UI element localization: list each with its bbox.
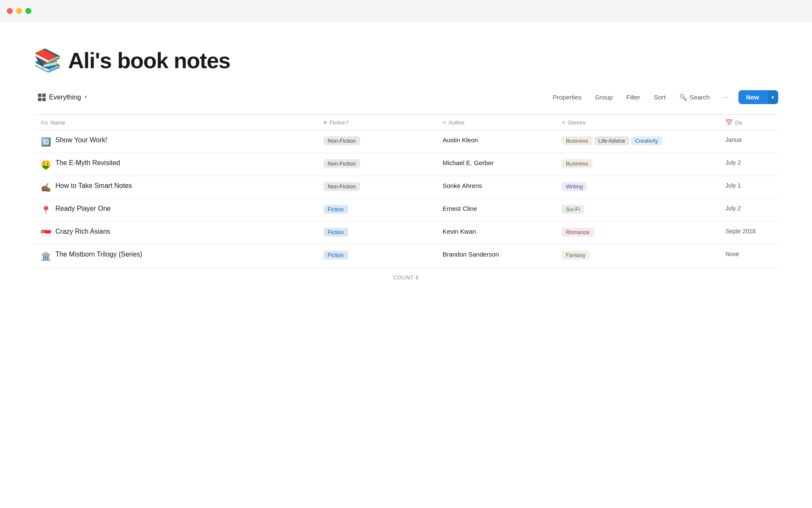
fullscreen-button[interactable] <box>25 8 31 14</box>
new-button-group: New ▾ <box>738 90 778 104</box>
filter-button[interactable]: Filter <box>620 91 646 103</box>
table-row[interactable]: 🔟 Show Your Work! Non-FictionAustin Kleo… <box>34 130 778 153</box>
row-title[interactable]: Show Your Work! <box>55 136 107 144</box>
main-content: 📚 Ali's book notes Everything ▾ Properti… <box>0 22 812 287</box>
row-title[interactable]: Ready Player One <box>55 205 111 213</box>
fiction-badge: Fiction <box>324 251 348 260</box>
count-bar: COUNT 6 <box>34 268 778 287</box>
cell-name: 🤑 The E-Myth Revisited <box>34 153 317 176</box>
cell-genres: BusinessLife AdviceCreativity <box>555 130 719 153</box>
col-genres-label: Genres <box>568 119 586 126</box>
cell-author: Austin Kleon <box>436 130 555 153</box>
fiction-badge: Fiction <box>324 228 348 237</box>
col-date-label: Da <box>735 119 742 126</box>
properties-button[interactable]: Properties <box>547 91 587 103</box>
minimize-button[interactable] <box>16 8 22 14</box>
genre-badge: Business <box>562 159 593 168</box>
row-title[interactable]: How to Take Smart Notes <box>55 182 132 190</box>
fiction-badge: Non-Fiction <box>324 136 360 145</box>
fiction-badge: Non-Fiction <box>324 159 360 168</box>
col-name-label: Name <box>50 119 65 126</box>
col-header-genres: ≡ Genres <box>555 115 719 130</box>
genre-badge: Business <box>562 136 593 145</box>
cell-fiction: Non-Fiction <box>317 130 436 153</box>
group-button[interactable]: Group <box>589 91 619 103</box>
col-header-date: 📅 Da <box>719 115 778 130</box>
cell-name: 🔟 Show Your Work! <box>34 130 317 153</box>
table-row[interactable]: 🤑 The E-Myth Revisited Non-FictionMichae… <box>34 153 778 176</box>
cell-fiction: Non-Fiction <box>317 153 436 176</box>
sort-button[interactable]: Sort <box>648 91 672 103</box>
cell-date: July 2 <box>719 153 778 176</box>
cell-genres: Fantasy <box>555 245 719 268</box>
cell-name: 🇸🇬 Crazy Rich Asians <box>34 222 317 245</box>
view-label: Everything <box>49 94 81 101</box>
table-row[interactable]: 🇸🇬 Crazy Rich Asians FictionKevin KwanRo… <box>34 222 778 245</box>
new-button-chevron[interactable]: ▾ <box>767 91 778 104</box>
more-options-button[interactable]: ··· <box>717 90 733 104</box>
cell-author: Michael E. Gerber <box>436 153 555 176</box>
cell-name: 🏛️ The Mistborn Trilogy (Series) <box>34 245 317 268</box>
row-title[interactable]: Crazy Rich Asians <box>55 228 110 235</box>
col-header-author: ≡ Author <box>436 115 555 130</box>
page-header: 📚 Ali's book notes <box>34 47 778 73</box>
new-button[interactable]: New <box>738 90 767 104</box>
row-title[interactable]: The Mistborn Trilogy (Series) <box>55 251 142 258</box>
table-row[interactable]: 🏛️ The Mistborn Trilogy (Series) Fiction… <box>34 245 778 268</box>
col-genres-icon: ≡ <box>562 119 565 126</box>
col-header-name: Aa Name <box>34 115 317 130</box>
cell-date: Janua <box>719 130 778 153</box>
row-emoji: 🔟 <box>41 137 51 147</box>
cell-genres: Sci-Fi <box>555 199 719 222</box>
cell-fiction: Non-Fiction <box>317 176 436 199</box>
cell-author: Ernest Cline <box>436 199 555 222</box>
genre-badge: Sci-Fi <box>562 205 584 214</box>
col-author-label: Author <box>449 119 465 126</box>
search-label: Search <box>690 94 710 101</box>
cell-name: 📍 Ready Player One <box>34 199 317 222</box>
cell-fiction: Fiction <box>317 199 436 222</box>
row-emoji: 🇸🇬 <box>41 228 51 238</box>
cell-date: July 1 <box>719 176 778 199</box>
toolbar: Everything ▾ Properties Group Filter Sor… <box>34 90 778 108</box>
view-dropdown[interactable]: Everything ▾ <box>34 91 91 104</box>
genre-badge: Life Advice <box>594 136 629 145</box>
cell-genres: Romance <box>555 222 719 245</box>
page-emoji: 📚 <box>34 47 61 73</box>
cell-genres: Business <box>555 153 719 176</box>
row-emoji: ✍🏾 <box>41 182 51 193</box>
genre-badge: Romance <box>562 228 594 237</box>
cell-genres: Writing <box>555 176 719 199</box>
col-date-icon: 📅 <box>725 119 732 126</box>
cell-date: July 2 <box>719 199 778 222</box>
row-emoji: 🏛️ <box>41 251 51 261</box>
genre-badge: Fantasy <box>562 251 590 260</box>
title-bar <box>0 0 812 22</box>
row-emoji: 📍 <box>41 205 51 215</box>
grid-view-icon <box>38 94 46 101</box>
count-number: 6 <box>415 274 419 281</box>
data-table: Aa Name ♥ Fiction? ≡ Author <box>34 114 778 268</box>
close-button[interactable] <box>7 8 13 14</box>
col-fiction-icon: ♥ <box>324 119 327 126</box>
fiction-badge: Non-Fiction <box>324 182 360 191</box>
table-header-row: Aa Name ♥ Fiction? ≡ Author <box>34 115 778 130</box>
view-selector[interactable]: Everything ▾ <box>34 91 91 104</box>
search-icon: 🔍 <box>679 94 687 101</box>
genre-badge: Writing <box>562 182 587 191</box>
table-row[interactable]: 📍 Ready Player One FictionErnest ClineSc… <box>34 199 778 222</box>
cell-fiction: Fiction <box>317 222 436 245</box>
col-header-fiction: ♥ Fiction? <box>317 115 436 130</box>
cell-author: Sonke Ahrens <box>436 176 555 199</box>
col-name-icon: Aa <box>41 119 48 126</box>
cell-author: Brandon Sanderson <box>436 245 555 268</box>
fiction-badge: Fiction <box>324 205 348 214</box>
cell-name: ✍🏾 How to Take Smart Notes <box>34 176 317 199</box>
toolbar-actions: Properties Group Filter Sort 🔍 Search ··… <box>547 90 778 104</box>
table-row[interactable]: ✍🏾 How to Take Smart Notes Non-FictionSo… <box>34 176 778 199</box>
search-button[interactable]: 🔍 Search <box>673 91 716 104</box>
page-title: Ali's book notes <box>68 48 230 73</box>
genre-badge: Creativity <box>631 136 662 145</box>
row-title[interactable]: The E-Myth Revisited <box>55 159 120 167</box>
col-author-icon: ≡ <box>442 119 446 126</box>
